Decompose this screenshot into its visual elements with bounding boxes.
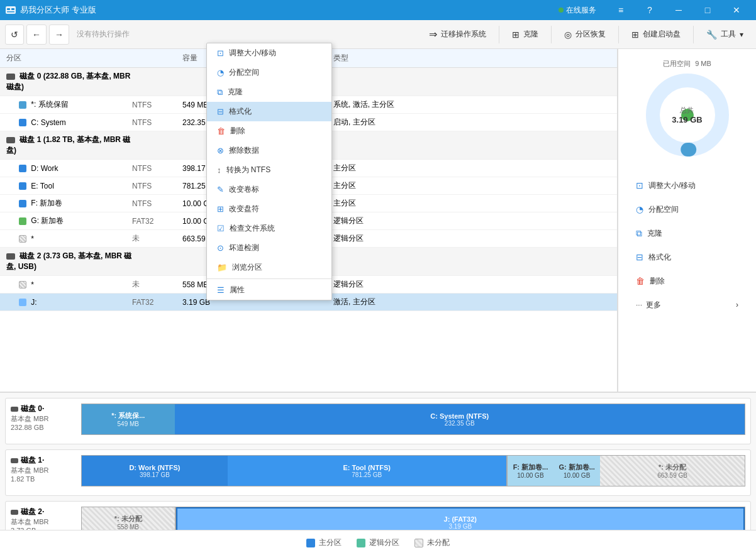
disk-0-name: 磁盘 0 (232.88 GB, 基本盘, MBR 磁盘) <box>6 71 132 92</box>
part-fs: NTFS <box>132 199 182 208</box>
seg-d-work[interactable]: D: Work (NTFS) 398.17 GB <box>82 456 228 486</box>
maximize-btn[interactable]: □ <box>693 0 722 20</box>
legend-primary: 主分区 <box>306 537 342 548</box>
disk-2-name: 磁盘 2 (3.73 GB, 基本盘, MBR 磁盘, USB) <box>6 251 132 272</box>
minimize-btn[interactable]: ─ <box>664 0 693 20</box>
undo-btn[interactable]: ← <box>26 25 47 45</box>
tools-icon: 🔧 <box>706 30 717 40</box>
cm-delete[interactable]: 🗑 删除 <box>207 121 331 141</box>
cm-resize[interactable]: ⊡ 调整大小/移动 <box>207 43 331 63</box>
seg-j[interactable]: J: (FAT32) 3.19 GB <box>176 507 745 530</box>
part-fs: NTFS <box>132 101 182 109</box>
app-title: 易我分区大师 专业版 <box>20 4 559 16</box>
toolbar: ↺ ← → 没有待执行操作 ⇒ 迁移操作系统 ⊞ 克隆 ◎ 分区恢复 ⊞ 创建启… <box>0 20 756 49</box>
refresh-btn[interactable]: ↺ <box>5 25 24 45</box>
disk-1-size: 1.82 TB <box>11 475 74 483</box>
disk-1-type: 基本盘 MBR <box>11 466 74 475</box>
cm-alloc[interactable]: ◔ 分配空间 <box>207 63 331 82</box>
legend-primary-label: 主分区 <box>319 537 342 548</box>
right-alloc-btn[interactable]: ◔ 分配空间 <box>628 198 746 221</box>
legend-logical-label: 逻辑分区 <box>369 537 399 548</box>
no-op-label: 没有待执行操作 <box>72 29 135 40</box>
cm-scan-icon: ⊙ <box>217 243 224 253</box>
menu-btn[interactable]: ≡ <box>606 0 635 20</box>
disk-2-info: 磁盘 2· 基本盘 MBR 3.73 GB <box>11 507 74 530</box>
disk-2-visual: 磁盘 2· 基本盘 MBR 3.73 GB *: 未分配 558 MB J: (… <box>5 501 751 530</box>
online-service-btn[interactable]: 在线服务 <box>559 5 596 16</box>
right-resize-btn[interactable]: ⊡ 调整大小/移动 <box>628 174 746 197</box>
clone-label: 克隆 <box>523 29 538 40</box>
cm-alloc-icon: ◔ <box>217 68 224 77</box>
format-label: 格式化 <box>648 252 671 263</box>
cm-browse-icon: 📁 <box>217 263 227 272</box>
tools-label: 工具 <box>721 29 736 40</box>
format-icon: ⊟ <box>636 252 643 262</box>
cm-format-icon: ⊟ <box>217 107 224 116</box>
cm-convert-label: 转换为 NTFS <box>226 165 271 175</box>
part-fs: FAT32 <box>132 217 182 226</box>
seg-unalloc-1[interactable]: *: 未分配 663.59 GB <box>600 456 745 486</box>
disk-0-visual: 磁盘 0· 基本盘 MBR 232.88 GB *: 系统保... 549 MB… <box>5 398 751 444</box>
used-value: 9 MB <box>695 60 711 67</box>
more-arrow: › <box>736 300 738 309</box>
clone-icon: ⧉ <box>636 228 642 239</box>
disk-1-bar: D: Work (NTFS) 398.17 GB E: Tool (NTFS) … <box>81 455 745 486</box>
clone-btn[interactable]: ⊞ 克隆 <box>504 23 546 46</box>
disk-0-visual-name: 磁盘 0· <box>21 404 44 414</box>
cm-letter-icon: ⊞ <box>217 204 224 214</box>
create-boot-btn[interactable]: ⊞ 创建启动盘 <box>624 23 688 46</box>
right-format-btn[interactable]: ⊟ 格式化 <box>628 246 746 268</box>
seg-e-tool[interactable]: E: Tool (NTFS) 781.25 GB <box>228 456 506 486</box>
seg-c-system[interactable]: C: System (NTFS) 232.35 GB <box>175 404 745 434</box>
cm-props-label: 属性 <box>230 285 245 295</box>
used-label: 已用空间 <box>663 60 691 67</box>
cm-browse[interactable]: 📁 浏览分区 <box>207 258 331 277</box>
disk-2-visual-name: 磁盘 2· <box>21 507 44 517</box>
cm-scan-bad[interactable]: ⊙ 坏道检测 <box>207 238 331 258</box>
clone-icon: ⊞ <box>512 30 520 40</box>
tools-btn[interactable]: 🔧 工具 ▾ <box>699 23 751 46</box>
seg-f[interactable]: F: 新加卷... 10.00 GB <box>508 456 554 486</box>
cm-clone[interactable]: ⧉ 克隆 <box>207 82 331 102</box>
online-indicator <box>559 8 564 13</box>
boot-icon: ⊞ <box>631 30 639 40</box>
cm-convert-ntfs[interactable]: ↕ 转换为 NTFS <box>207 160 331 180</box>
right-clone-btn[interactable]: ⧉ 克隆 <box>628 222 746 245</box>
alloc-icon: ◔ <box>636 204 643 214</box>
redo-btn[interactable]: → <box>49 25 69 45</box>
cm-change-letter[interactable]: ⊞ 改变盘符 <box>207 199 331 219</box>
disk-2-bar: *: 未分配 558 MB J: (FAT32) 3.19 GB <box>81 507 745 530</box>
part-name: J: <box>6 298 132 307</box>
cm-erase[interactable]: ⊗ 擦除数据 <box>207 141 331 160</box>
migrate-label: 迁移操作系统 <box>441 29 486 40</box>
cm-props[interactable]: ☰ 属性 <box>207 280 331 300</box>
migrate-os-btn[interactable]: ⇒ 迁移操作系统 <box>421 23 494 46</box>
delete-label: 删除 <box>650 276 665 287</box>
donut-chart: 总共 3.19 GB <box>643 71 731 159</box>
disk-2-size: 3.73 GB <box>11 527 74 530</box>
right-delete-btn[interactable]: 🗑 删除 <box>628 270 746 292</box>
partition-recovery-btn[interactable]: ◎ 分区恢复 <box>557 23 613 46</box>
part-fs: NTFS <box>132 118 182 127</box>
part-name: * <box>6 234 132 243</box>
cm-check-fs[interactable]: ☑ 检查文件系统 <box>207 219 331 238</box>
disk-visual-area: 磁盘 0· 基本盘 MBR 232.88 GB *: 系统保... 549 MB… <box>0 392 756 530</box>
seg-unalloc-2[interactable]: *: 未分配 558 MB <box>82 507 175 530</box>
alloc-label: 分配空间 <box>648 204 679 215</box>
disk-1-name: 磁盘 1 (1.82 TB, 基本盘, MBR 磁盘) <box>6 135 132 156</box>
cm-change-label[interactable]: ✎ 改变卷标 <box>207 180 331 199</box>
seg-system-reserved[interactable]: *: 系统保... 549 MB <box>82 404 175 434</box>
cm-format[interactable]: ⊟ 格式化 <box>207 102 331 121</box>
close-btn[interactable]: ✕ <box>722 0 751 20</box>
part-fs: FAT32 <box>132 298 182 307</box>
tools-arrow: ▾ <box>740 30 743 39</box>
legend-unalloc: 未分配 <box>414 537 450 548</box>
help-btn[interactable]: ? <box>635 0 664 20</box>
part-name: * <box>6 280 132 289</box>
seg-g[interactable]: G: 新加卷... 10.00 GB <box>553 456 600 486</box>
disk-1-visual-name: 磁盘 1· <box>21 455 44 466</box>
header-partition: 分区 <box>6 53 132 63</box>
right-more-btn[interactable]: ··· 更多 › <box>628 294 746 316</box>
part-fs: NTFS <box>132 164 182 173</box>
resize-label: 调整大小/移动 <box>648 180 696 191</box>
